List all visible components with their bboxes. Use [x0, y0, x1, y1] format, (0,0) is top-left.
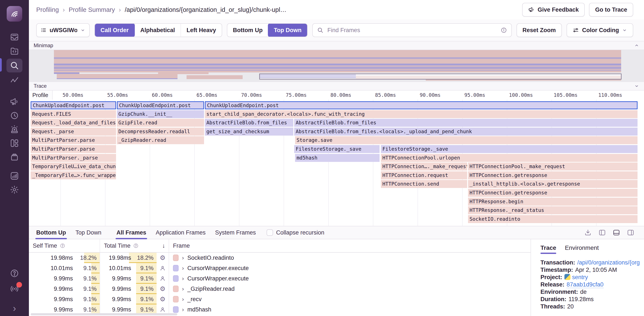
- flame-frame[interactable]: ChunkUploadEndpoint.post: [205, 101, 638, 109]
- table-row[interactable]: 9.99ms9.1%9.99ms9.1%⚙›_GzipReader.read: [29, 284, 530, 294]
- frame-cell[interactable]: ›CursorWrapper.execute: [169, 263, 530, 273]
- breadcrumb-item-profiling[interactable]: Profiling: [36, 6, 59, 13]
- details-field-value[interactable]: 87aab1d9cfa0: [566, 281, 604, 288]
- self-time-column-header[interactable]: Self Time: [29, 239, 100, 252]
- flame-frame[interactable]: Request.FILES: [31, 110, 116, 118]
- flame-frame[interactable]: TemporaryFileU…ive_data_chunk: [31, 163, 116, 171]
- collapse-minimap-icon[interactable]: [634, 43, 639, 48]
- sidebar-item-feedback[interactable]: [7, 96, 22, 108]
- frame-column-header[interactable]: Frame: [169, 239, 530, 252]
- flame-frame[interactable]: md5hash: [295, 154, 380, 162]
- download-icon[interactable]: [584, 229, 592, 237]
- expand-chevron-icon[interactable]: ›: [182, 255, 184, 261]
- total-time-column-header[interactable]: Total Time ↓: [100, 239, 169, 252]
- reset-zoom-button[interactable]: Reset Zoom: [516, 23, 562, 37]
- flame-frame[interactable]: Request._load_data_and_files: [31, 119, 116, 127]
- flame-frame[interactable]: _install_httplib.<locals>.getresponse: [468, 180, 638, 188]
- sidebar-item-alerts[interactable]: [7, 123, 22, 135]
- sentry-logo[interactable]: [7, 6, 22, 21]
- flame-frame[interactable]: HTTPConnection.send: [381, 180, 467, 188]
- tab-bottom-up[interactable]: Bottom Up: [36, 226, 66, 239]
- collapse-recursion-toggle[interactable]: Collapse recursion: [266, 229, 324, 236]
- table-row[interactable]: 9.99ms9.1%9.99ms9.1%›CursorWrapper.execu…: [29, 273, 530, 284]
- sidebar-item-releases[interactable]: [7, 151, 22, 163]
- table-row[interactable]: 9.99ms9.1%9.99ms9.1%⚙›_recv: [29, 294, 530, 304]
- sidebar-item-dashboards[interactable]: [7, 137, 22, 149]
- sort-option-alphabetical[interactable]: Alphabetical: [134, 24, 181, 37]
- sidebar-item-explore[interactable]: [6, 59, 22, 72]
- flame-frame[interactable]: HTTPResponse.begin: [468, 198, 638, 206]
- collapse-recursion-checkbox[interactable]: [266, 229, 273, 236]
- sort-option-left-heavy[interactable]: Left Heavy: [180, 24, 222, 37]
- frame-cell[interactable]: ›CursorWrapper.execute: [169, 273, 530, 284]
- go-to-trace-button[interactable]: Go to Trace: [589, 3, 633, 16]
- flame-frame[interactable]: HTTPConnection.getresponse: [468, 171, 638, 179]
- frame-cell[interactable]: ›SocketIO.readinto: [169, 253, 530, 263]
- table-row[interactable]: 10.01ms9.1%10.01ms9.1%›CursorWrapper.exe…: [29, 263, 530, 273]
- collapse-trace-icon[interactable]: [634, 83, 639, 89]
- flame-frame[interactable]: FilestoreStorage._save: [294, 145, 380, 153]
- breadcrumb-item-profile-summary[interactable]: Profile Summary: [68, 6, 115, 13]
- table-row[interactable]: 19.98ms18.2%19.98ms18.2%⚙›SocketIO.readi…: [29, 253, 530, 263]
- sidebar-item-help[interactable]: [7, 267, 22, 279]
- find-frames-input[interactable]: [327, 27, 497, 34]
- sort-desc-icon[interactable]: ↓: [162, 242, 165, 249]
- flame-frame[interactable]: MultiPartParser.parse: [31, 145, 116, 153]
- layout-left-panel-icon[interactable]: [598, 229, 606, 237]
- horizontal-scrollbar[interactable]: [31, 313, 177, 315]
- flame-frame[interactable]: AbstractFileBlob.from_files.<locals>._up…: [294, 128, 638, 136]
- flame-frame[interactable]: AbstractFileBlob.from_files: [294, 119, 638, 127]
- flame-frame[interactable]: DecompressReader.readall: [117, 128, 204, 136]
- flame-frame[interactable]: Request._parse: [31, 128, 116, 136]
- flame-frame[interactable]: _GzipReader.read: [117, 136, 204, 144]
- flame-frame[interactable]: GzipFile.read: [117, 119, 204, 127]
- flame-frame[interactable]: MultiPartParser._parse: [31, 154, 116, 162]
- flame-frame[interactable]: AbstractFileBlob.from_files: [205, 119, 293, 127]
- flame-frame[interactable]: HTTPConnection.request: [381, 171, 467, 179]
- flame-frame[interactable]: HTTPConnection…._make_request: [381, 163, 467, 171]
- expand-chevron-icon[interactable]: ›: [182, 275, 184, 282]
- frame-cell[interactable]: ›_recv: [169, 294, 530, 304]
- tab-all-frames[interactable]: All Frames: [116, 226, 146, 239]
- color-coding-button[interactable]: Color Coding: [566, 23, 633, 37]
- minimap-selection[interactable]: [259, 73, 622, 79]
- details-field-value[interactable]: sentry: [572, 274, 588, 281]
- flame-frame[interactable]: ChunkUploadEndpoint.post: [31, 101, 116, 109]
- sidebar-item-stats[interactable]: [7, 170, 22, 182]
- sidebar-item-settings[interactable]: [7, 184, 22, 196]
- sidebar-expand-button[interactable]: ›: [13, 304, 16, 313]
- flame-frame[interactable]: HTTPConnection.getresponse: [468, 189, 638, 197]
- sidebar-item-whats-new[interactable]: [7, 283, 22, 295]
- flame-frame[interactable]: GzipChunk.__init__: [117, 110, 204, 118]
- expand-chevron-icon[interactable]: ›: [182, 286, 184, 292]
- layout-right-panel-icon[interactable]: [627, 229, 634, 237]
- give-feedback-button[interactable]: Give Feedback: [522, 3, 585, 16]
- flame-frame[interactable]: ChunkUploadEndpoint.post: [117, 101, 204, 109]
- sidebar-item-issues[interactable]: [7, 31, 22, 43]
- tab-top-down[interactable]: Top Down: [76, 226, 101, 239]
- flame-frame[interactable]: HTTPResponse._read_status: [468, 206, 638, 214]
- expand-chevron-icon[interactable]: ›: [182, 296, 184, 303]
- frame-cell[interactable]: ›md5hash: [169, 304, 530, 315]
- minimap-canvas[interactable]: [29, 50, 644, 81]
- details-tab-environment[interactable]: Environment: [565, 245, 599, 254]
- thread-selector-dropdown[interactable]: uWSGIWor…: [36, 23, 90, 37]
- flame-frame[interactable]: HTTPConnectionPool._make_request: [468, 163, 638, 171]
- view-option-bottom-up[interactable]: Bottom Up: [227, 24, 268, 37]
- layout-bottom-panel-icon[interactable]: [612, 229, 620, 237]
- flame-frame[interactable]: SocketIO.readinto: [468, 215, 638, 223]
- frame-cell[interactable]: ›_GzipReader.read: [169, 284, 530, 294]
- flame-frame[interactable]: get_size_and_checksum: [205, 128, 293, 136]
- flame-frame[interactable]: start_child_span_decorator.<locals>.func…: [205, 110, 638, 118]
- details-field-value[interactable]: /api/0/organizations/{organ…: [577, 259, 640, 266]
- details-tab-trace[interactable]: Trace: [540, 245, 556, 254]
- flame-frame[interactable]: HTTPConnectionPool.urlopen: [381, 154, 638, 162]
- sidebar-item-replays[interactable]: [7, 109, 22, 122]
- flame-frame[interactable]: FilestoreStorage._save: [381, 145, 638, 153]
- tab-system-frames[interactable]: System Frames: [215, 226, 256, 239]
- sidebar-item-metrics[interactable]: [7, 74, 22, 86]
- sidebar-item-projects[interactable]: [7, 45, 22, 57]
- tab-application-frames[interactable]: Application Frames: [156, 226, 206, 239]
- view-option-top-down[interactable]: Top Down: [268, 23, 308, 37]
- expand-chevron-icon[interactable]: ›: [182, 306, 184, 313]
